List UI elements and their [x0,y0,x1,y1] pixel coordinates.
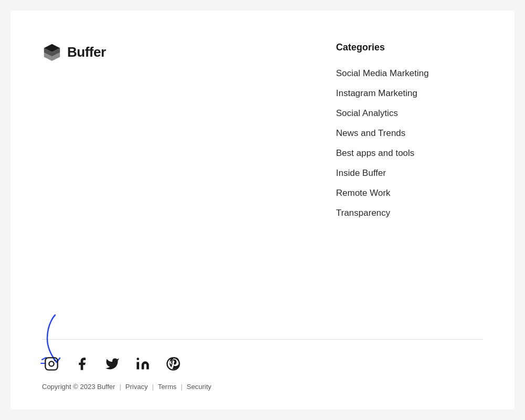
sep-3: | [181,383,182,391]
category-news-and-trends[interactable]: News and Trends [336,123,483,143]
logo-area: Buffer [42,42,106,318]
category-social-media-marketing[interactable]: Social Media Marketing [336,64,483,83]
page-container: Buffer Categories Social Media Marketing… [10,10,514,410]
security-link[interactable]: Security [187,383,212,391]
footer-bottom: Copyright © 2023 Buffer | Privacy | Term… [10,340,514,410]
category-instagram-marketing[interactable]: Instagram Marketing [336,83,483,103]
logo-link[interactable]: Buffer [42,42,106,62]
svg-point-4 [49,361,54,366]
buffer-logo-icon [42,42,62,62]
facebook-icon-button[interactable] [72,354,91,373]
svg-point-7 [136,358,139,360]
logo-text: Buffer [67,44,106,60]
category-best-apps-and-tools[interactable]: Best apps and tools [336,143,483,163]
categories-title: Categories [336,42,483,53]
footer-main: Buffer Categories Social Media Marketing… [10,10,514,339]
category-remote-work[interactable]: Remote Work [336,183,483,203]
terms-link[interactable]: Terms [158,383,176,391]
pinterest-icon-button[interactable] [164,354,183,373]
sep-2: | [152,383,153,391]
social-icons-row [42,354,483,373]
copyright-bar: Copyright © 2023 Buffer | Privacy | Term… [42,383,483,391]
svg-rect-3 [45,358,57,370]
svg-point-5 [54,360,56,361]
linkedin-icon-button[interactable] [133,354,152,373]
instagram-icon-button[interactable] [42,354,61,373]
privacy-link[interactable]: Privacy [125,383,148,391]
category-transparency[interactable]: Transparency [336,203,483,223]
categories-section: Categories Social Media Marketing Instag… [336,42,483,318]
category-inside-buffer[interactable]: Inside Buffer [336,163,483,183]
category-social-analytics[interactable]: Social Analytics [336,103,483,123]
copyright-text: Copyright © 2023 Buffer [42,383,115,391]
svg-rect-6 [136,362,139,370]
twitter-icon-button[interactable] [103,354,122,373]
sep-1: | [119,383,121,391]
